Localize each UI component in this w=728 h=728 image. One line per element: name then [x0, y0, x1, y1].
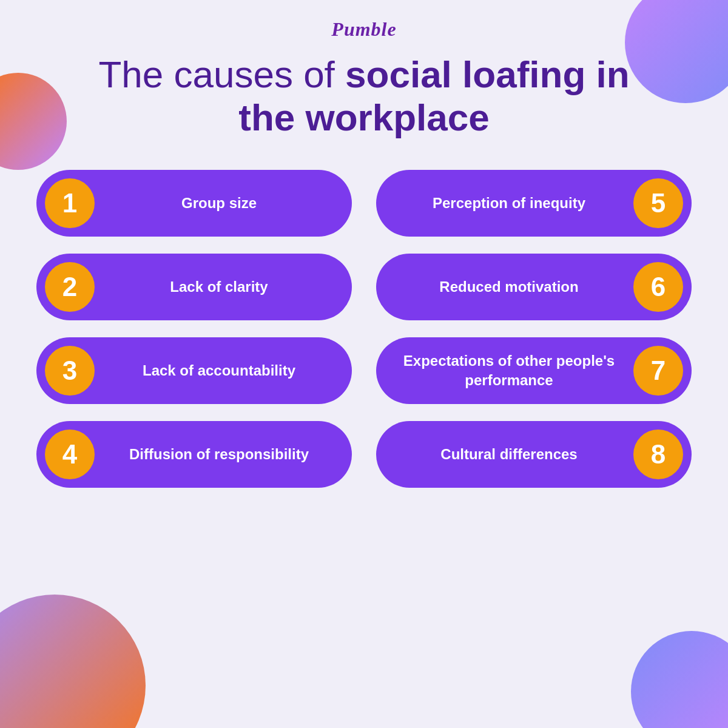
card-2: 2 Lack of clarity	[36, 254, 352, 320]
cards-grid: 1 Group size 5 Perception of inequity 2 …	[36, 170, 692, 488]
card-label-8: Cultural differences	[385, 445, 633, 463]
page-title: The causes of social loafing in the work…	[91, 53, 637, 140]
card-1: 1 Group size	[36, 170, 352, 237]
card-label-6: Reduced motivation	[385, 277, 633, 296]
card-label-7: Expectations of other people's performan…	[385, 351, 633, 389]
card-label-2: Lack of clarity	[95, 277, 343, 296]
badge-8: 8	[633, 430, 683, 479]
badge-6: 6	[633, 262, 683, 312]
main-container: Pumble The causes of social loafing in t…	[0, 0, 728, 728]
badge-1: 1	[45, 178, 95, 228]
card-label-1: Group size	[95, 194, 343, 212]
card-label-5: Perception of inequity	[385, 194, 633, 212]
card-label-4: Diffusion of responsibility	[95, 445, 343, 463]
card-4: 4 Diffusion of responsibility	[36, 421, 352, 488]
card-6: 6 Reduced motivation	[376, 254, 692, 320]
card-7: 7 Expectations of other people's perform…	[376, 337, 692, 404]
card-3: 3 Lack of accountability	[36, 337, 352, 404]
badge-7: 7	[633, 346, 683, 396]
card-5: 5 Perception of inequity	[376, 170, 692, 237]
brand-logo: Pumble	[331, 18, 396, 41]
badge-5: 5	[633, 178, 683, 228]
badge-2: 2	[45, 262, 95, 312]
card-8: 8 Cultural differences	[376, 421, 692, 488]
card-label-3: Lack of accountability	[95, 361, 343, 380]
badge-3: 3	[45, 346, 95, 396]
badge-4: 4	[45, 430, 95, 479]
